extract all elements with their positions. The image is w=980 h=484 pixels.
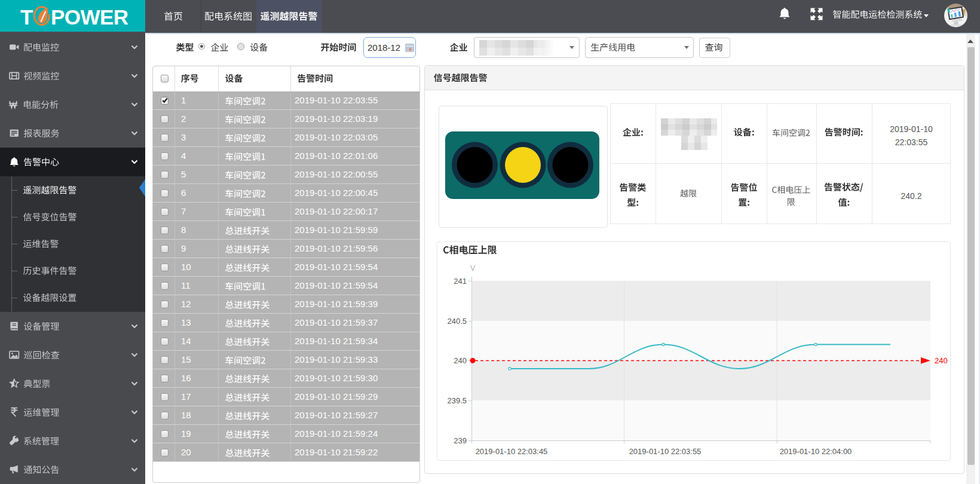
svg-text:239.5: 239.5 (447, 396, 467, 405)
svg-text:2019-01-10 22:03:45: 2019-01-10 22:03:45 (476, 447, 548, 456)
svg-text:240: 240 (935, 356, 948, 365)
svg-text:V: V (470, 264, 476, 272)
svg-text:2019-01-10 22:03:55: 2019-01-10 22:03:55 (629, 447, 702, 456)
svg-text:2019-01-10 22:04:00: 2019-01-10 22:04:00 (780, 447, 852, 456)
svg-text:241: 241 (454, 277, 467, 286)
svg-text:240.5: 240.5 (447, 317, 467, 326)
svg-text:240: 240 (454, 356, 467, 365)
svg-text:239: 239 (454, 436, 467, 445)
